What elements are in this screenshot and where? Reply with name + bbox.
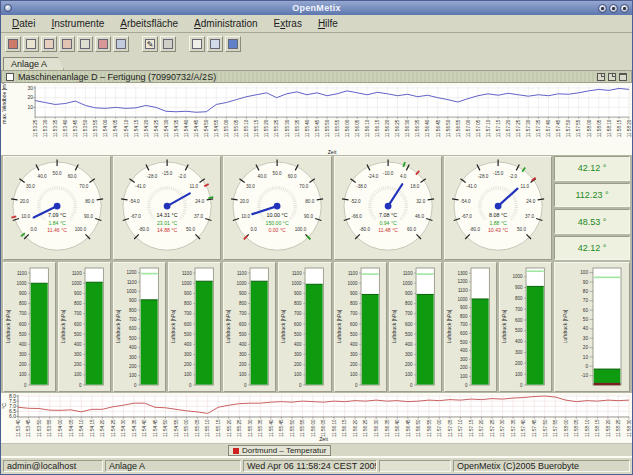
bar-fill — [471, 299, 488, 385]
svg-text:11:56:50: 11:56:50 — [446, 119, 451, 137]
y-axis-label: °C — [1, 403, 7, 409]
svg-text:1200: 1200 — [127, 271, 137, 276]
internal-frame-header[interactable]: Maschinenanlage D – Fertigung (70990732/… — [1, 70, 632, 83]
svg-text:0: 0 — [355, 383, 358, 388]
window-controls — [598, 4, 629, 13]
bar-meter: Luftdruck [hPa]0100200300400500600700800… — [279, 263, 330, 391]
svg-text:1000: 1000 — [347, 281, 357, 286]
svg-text:700: 700 — [350, 312, 358, 317]
svg-text:500: 500 — [350, 332, 358, 337]
svg-text:1000: 1000 — [457, 297, 467, 302]
svg-text:46.0: 46.0 — [415, 214, 424, 219]
menu-instrumente[interactable]: Instrumente — [43, 16, 112, 31]
page-button[interactable] — [189, 36, 205, 52]
svg-text:300: 300 — [515, 350, 523, 355]
svg-text:400: 400 — [460, 349, 468, 354]
frame-checkbox[interactable] — [6, 73, 14, 81]
svg-text:11:54:30: 11:54:30 — [121, 419, 126, 437]
bar-instrument-button[interactable] — [23, 36, 39, 52]
close-button[interactable] — [620, 4, 629, 13]
svg-text:11:57:00: 11:57:00 — [466, 119, 471, 137]
svg-text:11:55:05: 11:55:05 — [234, 119, 239, 137]
svg-text:-15.0: -15.0 — [493, 171, 504, 176]
svg-text:300: 300 — [239, 352, 247, 357]
menu-administration[interactable]: Administration — [186, 16, 265, 31]
svg-text:300: 300 — [19, 352, 27, 357]
svg-text:20: 20 — [583, 346, 589, 351]
svg-text:11:57:10: 11:57:10 — [458, 419, 463, 437]
svg-text:100: 100 — [405, 373, 413, 378]
print-button[interactable] — [160, 36, 176, 52]
svg-text:1000: 1000 — [127, 289, 137, 294]
gauge-high-value: 0.00 °C — [269, 227, 287, 233]
window-instrument-button[interactable] — [113, 36, 129, 52]
svg-text:11:54:35: 11:54:35 — [132, 419, 137, 437]
window-title: OpenMetix — [1, 3, 632, 13]
bar-axis-label: Luftdruck [hPa] — [226, 309, 231, 343]
frame-maximize-button[interactable] — [619, 73, 627, 81]
menu-extras[interactable]: Extras — [266, 16, 310, 31]
save-button[interactable] — [225, 36, 241, 52]
menu-datei[interactable]: Datei — [4, 16, 43, 31]
svg-text:90: 90 — [583, 280, 589, 285]
svg-text:900: 900 — [19, 291, 27, 296]
svg-text:600: 600 — [129, 327, 137, 332]
svg-text:-80.0: -80.0 — [139, 227, 150, 232]
title-bar[interactable]: OpenMetix — [1, 1, 632, 15]
svg-text:11:58:00: 11:58:00 — [587, 119, 592, 137]
svg-text:11:57:05: 11:57:05 — [448, 419, 453, 437]
svg-text:11:55:00: 11:55:00 — [184, 419, 189, 437]
edit-pen-button[interactable]: ✎ — [142, 36, 158, 52]
svg-text:11:56:20: 11:56:20 — [353, 419, 358, 437]
gauge-panel-5: -80.0-67.0-54.0-41.0-28.0-15.0-2.011.024… — [444, 156, 552, 260]
menu-hilfe[interactable]: Hilfe — [310, 16, 346, 31]
svg-text:200: 200 — [74, 363, 82, 368]
bar-fill — [306, 285, 323, 385]
svg-text:10.0: 10.0 — [21, 214, 30, 219]
svg-text:50: 50 — [583, 317, 589, 322]
svg-text:11:53:45: 11:53:45 — [26, 419, 31, 437]
bar-fill — [196, 282, 213, 385]
svg-text:700: 700 — [239, 312, 247, 317]
svg-text:24.0: 24.0 — [526, 199, 535, 204]
bar-axis-label: Luftdruck [hPa] — [562, 309, 568, 343]
bar-fill — [86, 283, 103, 385]
svg-text:400: 400 — [295, 342, 303, 347]
chart-instrument-button[interactable] — [41, 36, 57, 52]
minimize-icon — [601, 7, 604, 10]
gauge-instrument-button[interactable] — [5, 36, 21, 52]
svg-text:11:54:05: 11:54:05 — [113, 119, 118, 137]
svg-text:11:54:10: 11:54:10 — [124, 119, 129, 137]
svg-text:11:55:20: 11:55:20 — [264, 119, 269, 137]
svg-text:1100: 1100 — [403, 271, 413, 276]
svg-text:1200: 1200 — [457, 280, 467, 285]
frame-restore-button[interactable] — [608, 73, 616, 81]
gauge-low-value: 1.84 °C — [48, 220, 66, 226]
svg-text:11:55:40: 11:55:40 — [269, 419, 274, 437]
svg-text:-15.0: -15.0 — [162, 171, 173, 176]
svg-text:11:55:25: 11:55:25 — [274, 119, 279, 137]
svg-text:11:58:00: 11:58:00 — [564, 419, 569, 437]
menu-arbeitsflaeche[interactable]: Arbeitsfläche — [112, 16, 186, 31]
svg-text:200: 200 — [184, 363, 192, 368]
svg-text:11:58:10: 11:58:10 — [585, 419, 590, 437]
minimize-button[interactable] — [598, 4, 607, 13]
display-instrument-button[interactable] — [59, 36, 75, 52]
svg-text:11.0: 11.0 — [520, 184, 529, 189]
frame-detach-button[interactable] — [597, 73, 605, 81]
alarm-instrument-button[interactable] — [95, 36, 111, 52]
svg-text:90.0: 90.0 — [304, 214, 313, 219]
svg-text:1000: 1000 — [17, 281, 27, 286]
frame-button[interactable] — [207, 36, 223, 52]
tab-anlage-a[interactable]: Anlage A — [3, 57, 64, 70]
frame-restore-icon — [612, 73, 616, 77]
maximize-button[interactable] — [609, 4, 618, 13]
svg-text:300: 300 — [184, 352, 192, 357]
gauge-instrument-icon — [8, 39, 18, 49]
svg-text:1100: 1100 — [237, 271, 247, 276]
table-instrument-button[interactable] — [77, 36, 93, 52]
svg-text:11:57:25: 11:57:25 — [490, 419, 495, 437]
svg-text:11:55:15: 11:55:15 — [254, 119, 259, 137]
bar-axis-label: Luftdruck [hPa] — [392, 309, 397, 343]
svg-text:1000: 1000 — [402, 281, 412, 286]
